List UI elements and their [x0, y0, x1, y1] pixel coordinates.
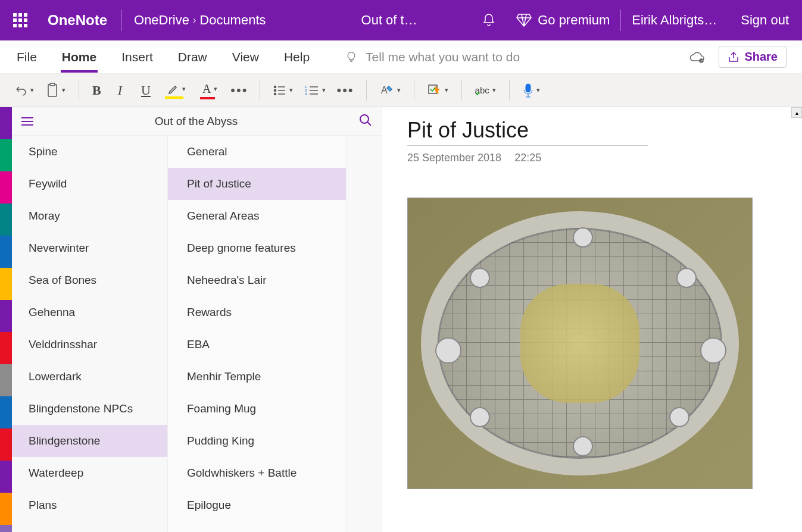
tab-help[interactable]: Help — [283, 50, 311, 64]
underline-button[interactable]: U — [135, 83, 157, 98]
main: Out of the Abyss SpineFeywildMorayNeverw… — [0, 107, 802, 532]
separator — [509, 80, 510, 101]
section-item[interactable]: Gehenna — [12, 296, 167, 328]
section-item[interactable]: Lowerdark — [12, 361, 167, 393]
section-item[interactable]: Waterdeep — [12, 457, 167, 489]
document-title[interactable]: Out of t… — [361, 12, 417, 28]
svg-text:A: A — [381, 85, 388, 95]
chevron-down-icon: ▾ — [322, 86, 326, 94]
page-title[interactable]: Pit of Justice — [407, 118, 648, 146]
page-item[interactable]: Pit of Justice — [168, 168, 346, 200]
share-button[interactable]: Share — [719, 46, 787, 68]
tab-file[interactable]: File — [15, 50, 38, 64]
breadcrumb-leaf[interactable]: Documents — [199, 12, 266, 28]
section-color-tab[interactable] — [0, 139, 12, 171]
tell-me-search[interactable]: Tell me what you want to do — [345, 50, 666, 64]
scroll-up-button[interactable]: ▴ — [791, 107, 802, 118]
section-color-tab[interactable] — [0, 171, 12, 204]
user-name[interactable]: Eirik Albrigts… — [621, 12, 728, 28]
italic-button[interactable]: I — [110, 83, 130, 98]
chevron-down-icon: ▾ — [289, 86, 293, 94]
styles-button[interactable]: A ▾ — [376, 82, 404, 99]
section-color-tab[interactable] — [0, 396, 12, 428]
section-color-tab[interactable] — [0, 204, 12, 236]
tab-draw[interactable]: Draw — [177, 50, 208, 64]
breadcrumb-root[interactable]: OneDrive — [134, 12, 189, 28]
page-item[interactable]: Deep gnome features — [168, 232, 346, 264]
page-time: 22:25 — [514, 152, 541, 164]
section-item[interactable]: Velddrinsshar — [12, 328, 167, 361]
app-launcher-button[interactable] — [0, 0, 40, 40]
section-color-tab[interactable] — [0, 461, 12, 493]
search-button[interactable] — [359, 114, 372, 129]
chevron-down-icon: ▾ — [62, 86, 65, 94]
page-item[interactable]: Epilogue — [168, 489, 346, 521]
go-premium-button[interactable]: Go premium — [505, 12, 620, 28]
sign-out-button[interactable]: Sign out — [728, 12, 802, 28]
chevron-down-icon: ▾ — [214, 85, 217, 93]
page-content[interactable]: ▴ Pit of Justice 25 September 2018 22:25 — [382, 107, 802, 532]
section-item[interactable]: Blingdenstone NPCs — [12, 393, 167, 425]
tag-icon — [427, 84, 442, 97]
page-item[interactable]: General Areas — [168, 200, 346, 232]
section-item[interactable]: Blindgenstone — [12, 425, 167, 457]
notifications-button[interactable] — [472, 0, 505, 40]
font-color-button[interactable]: A ▾ — [196, 80, 223, 101]
cloud-sync-icon[interactable] — [689, 51, 706, 64]
section-color-tab[interactable] — [0, 364, 12, 396]
styles-icon: A — [380, 84, 394, 97]
page-item[interactable]: EBA — [168, 328, 346, 361]
separator — [260, 80, 260, 101]
tab-insert[interactable]: Insert — [120, 50, 154, 64]
page-item[interactable]: General — [168, 136, 346, 168]
tags-button[interactable]: ▾ — [424, 82, 452, 99]
section-color-tab[interactable] — [0, 493, 12, 525]
bullets-button[interactable]: ▾ — [270, 83, 297, 98]
section-item[interactable]: Spine — [12, 136, 167, 168]
top-header: OneNote OneDrive › Documents Out of t… G… — [0, 0, 802, 40]
section-color-tab[interactable] — [0, 107, 12, 139]
page-item[interactable]: Menhir Temple — [168, 361, 346, 393]
ribbon-tabs: File Home Insert Draw View Help Tell me … — [0, 40, 802, 74]
tab-home[interactable]: Home — [61, 50, 98, 64]
separator — [461, 80, 462, 101]
tab-view[interactable]: View — [231, 50, 260, 64]
page-item[interactable]: Pudding King — [168, 425, 346, 457]
page-item[interactable]: Foaming Mug — [168, 393, 346, 425]
spelling-button[interactable]: abc ▾ — [472, 83, 500, 98]
page-item[interactable]: Rewards — [168, 296, 346, 328]
svg-text:3: 3 — [305, 92, 307, 96]
hamburger-button[interactable] — [21, 117, 33, 126]
svg-point-0 — [700, 59, 703, 62]
notebook-title[interactable]: Out of the Abyss — [42, 115, 351, 128]
lightbulb-icon — [345, 51, 357, 63]
app-name[interactable]: OneNote — [40, 12, 121, 29]
section-color-tab[interactable] — [0, 332, 12, 364]
clipboard-button[interactable]: ▾ — [42, 80, 69, 101]
more-formatting-button[interactable]: ••• — [228, 83, 250, 98]
section-item[interactable]: Sea of Bones — [12, 264, 167, 296]
embedded-image[interactable] — [407, 198, 753, 489]
dictate-button[interactable]: ▾ — [519, 80, 544, 101]
section-item[interactable]: Feywild — [12, 168, 167, 200]
section-color-tab[interactable] — [0, 268, 12, 300]
section-item[interactable]: Moray — [12, 200, 167, 232]
section-color-tab[interactable] — [0, 300, 12, 332]
page-item[interactable]: Goldwhiskers + Battle — [168, 457, 346, 489]
numbering-button[interactable]: 123 ▾ — [301, 83, 329, 98]
page-date: 25 September 2018 — [407, 152, 501, 164]
section-color-tab[interactable] — [0, 525, 12, 532]
numbering-icon: 123 — [305, 85, 319, 96]
page-item[interactable]: Neheedra's Lair — [168, 264, 346, 296]
section-item[interactable]: Plans — [12, 489, 167, 521]
pages-panel: GeneralPit of JusticeGeneral AreasDeep g… — [168, 136, 347, 532]
section-item[interactable]: Neverwinter — [12, 232, 167, 264]
section-color-tab[interactable] — [0, 236, 12, 268]
undo-button[interactable]: ▾ — [11, 82, 38, 99]
section-color-tab[interactable] — [0, 428, 12, 461]
share-label: Share — [744, 50, 778, 64]
more-paragraph-button[interactable]: ••• — [334, 83, 356, 98]
clipboard-icon — [46, 83, 59, 98]
highlight-button[interactable]: ▾ — [161, 81, 192, 100]
bold-button[interactable]: B — [89, 80, 105, 101]
